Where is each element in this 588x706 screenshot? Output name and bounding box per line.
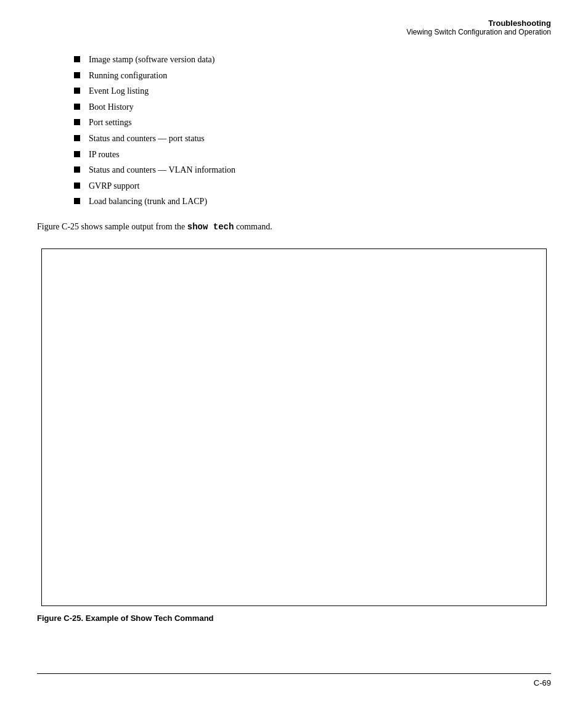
page-header: Troubleshooting Viewing Switch Configura… xyxy=(37,18,551,36)
intro-text-before: Figure C-25 shows sample output from the xyxy=(37,222,187,231)
intro-command: show tech xyxy=(187,222,234,232)
page-number: C-69 xyxy=(534,678,551,688)
page-container: Troubleshooting Viewing Switch Configura… xyxy=(0,0,588,706)
bullet-icon xyxy=(74,166,80,173)
bullet-icon xyxy=(74,119,80,125)
list-item: Load balancing (trunk and LACP) xyxy=(74,195,551,208)
list-item-text: Status and counters — port status xyxy=(89,133,205,145)
list-item: Status and counters — VLAN information xyxy=(74,164,551,176)
list-item: Running configuration xyxy=(74,70,551,82)
bullet-icon xyxy=(74,88,80,94)
list-item: Port settings xyxy=(74,117,551,129)
intro-text-after: command. xyxy=(234,222,272,231)
list-item: Status and counters — port status xyxy=(74,133,551,145)
bullet-icon xyxy=(74,135,80,141)
bullet-icon xyxy=(74,198,80,204)
feature-list: Image stamp (software version data) Runn… xyxy=(74,54,551,208)
bullet-icon xyxy=(74,183,80,189)
header-title: Troubleshooting xyxy=(37,18,551,28)
list-item: Image stamp (software version data) xyxy=(74,54,551,66)
intro-paragraph: Figure C-25 shows sample output from the… xyxy=(37,220,551,234)
list-item-text: Image stamp (software version data) xyxy=(89,54,214,66)
list-item: IP routes xyxy=(74,149,551,161)
list-item-text: Running configuration xyxy=(89,70,167,82)
footer-line xyxy=(37,673,551,674)
figure-caption: Figure C-25. Example of Show Tech Comman… xyxy=(37,614,551,623)
list-item-text: IP routes xyxy=(89,149,120,161)
list-item-text: GVRP support xyxy=(89,180,139,192)
bullet-icon xyxy=(74,151,80,157)
list-item-text: Load balancing (trunk and LACP) xyxy=(89,195,207,208)
bullet-icon xyxy=(74,56,80,62)
bullet-icon xyxy=(74,72,80,78)
list-item: GVRP support xyxy=(74,180,551,192)
list-item-text: Status and counters — VLAN information xyxy=(89,164,235,176)
list-item-text: Port settings xyxy=(89,117,132,129)
figure-box xyxy=(41,248,547,606)
list-item-text: Boot History xyxy=(89,101,134,113)
list-item-text: Event Log listing xyxy=(89,85,149,97)
bullet-icon xyxy=(74,104,80,110)
list-item: Event Log listing xyxy=(74,85,551,97)
header-subtitle: Viewing Switch Configuration and Operati… xyxy=(37,28,551,36)
list-item: Boot History xyxy=(74,101,551,113)
